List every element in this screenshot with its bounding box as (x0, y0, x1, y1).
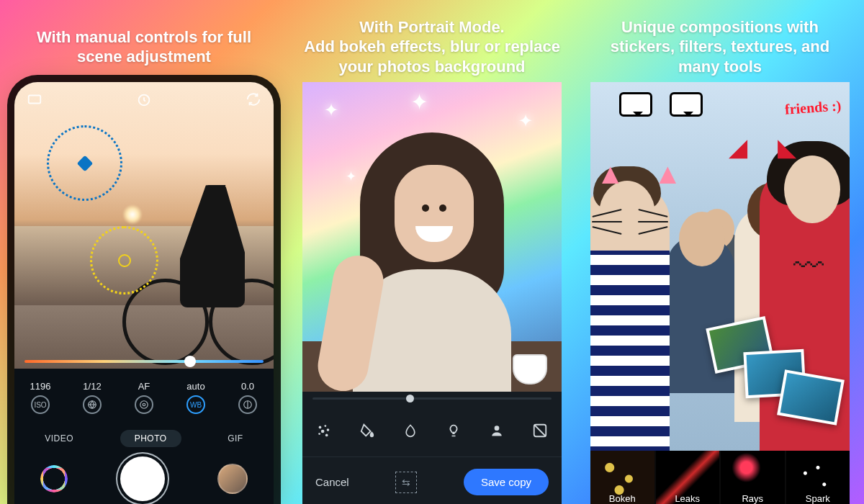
adjust-slider-handle[interactable] (406, 395, 414, 402)
portrait-tool-icon[interactable] (486, 420, 508, 441)
portrait-preview[interactable]: ✦ ✦ ✦ ✦ (302, 82, 562, 392)
mode-video[interactable]: VIDEO (30, 430, 88, 447)
svg-point-7 (324, 425, 326, 427)
gallery-thumbnail[interactable] (217, 464, 248, 494)
bokeh-tool-icon[interactable] (313, 420, 335, 441)
speech-bubble-sticker[interactable] (670, 92, 703, 117)
speech-bubble-sticker[interactable] (619, 92, 652, 117)
focus-control[interactable]: AF (118, 369, 170, 426)
filters-ring-icon[interactable] (40, 465, 68, 492)
blur-tool-icon[interactable] (400, 420, 421, 441)
svg-point-11 (325, 434, 328, 437)
phone-frame-2: ✦ ✦ ✦ ✦ Cancel ⇆ (302, 82, 562, 504)
effects-row: Bokeh Leaks Rays Spark (590, 451, 850, 504)
shutter-speed-control[interactable]: 1/12 (66, 369, 118, 426)
svg-rect-0 (29, 96, 41, 104)
exposure-control[interactable]: 0.0 (222, 369, 274, 426)
svg-point-10 (318, 433, 320, 435)
shutter-button[interactable] (120, 456, 165, 501)
mode-gif[interactable]: GIF (213, 430, 258, 447)
focus-reticle[interactable] (90, 226, 158, 294)
svg-point-6 (319, 426, 322, 429)
aspect-ratio-icon[interactable] (24, 89, 45, 109)
focus-value: AF (138, 381, 150, 392)
focus-icon (135, 395, 153, 414)
whiskers-sticker[interactable] (590, 208, 670, 237)
heading-2: With Portrait Mode. Add bokeh effects, b… (294, 14, 570, 79)
portrait-tools-row (302, 405, 562, 456)
panel-manual-controls: With manual controls for full scene adju… (0, 0, 288, 504)
svg-point-9 (327, 428, 330, 431)
ev-value: 0.0 (241, 381, 254, 392)
timer-icon[interactable] (134, 89, 154, 109)
friends-text-sticker[interactable]: friends :) (784, 97, 842, 117)
adjust-slider[interactable] (312, 397, 552, 400)
manual-controls-row: 1196 ISO 1/12 AF auto WB 0.0 (14, 369, 274, 426)
phone-frame-1: 1196 ISO 1/12 AF auto WB 0.0 VIDEO PHOT (14, 82, 274, 504)
flip-camera-icon[interactable] (243, 89, 264, 109)
svg-point-3 (143, 403, 145, 406)
iso-control[interactable]: 1196 ISO (14, 369, 66, 426)
composition-canvas[interactable]: friends :) ▲▲ ◢◣ 〰 (590, 82, 850, 451)
iso-value: 1196 (30, 381, 51, 392)
fx-leaks[interactable]: Leaks (656, 451, 720, 504)
heading-1: With manual controls for full scene adju… (6, 14, 282, 79)
mode-photo[interactable]: PHOTO (120, 430, 181, 447)
capture-mode-row: VIDEO PHOTO GIF (14, 426, 274, 451)
svg-point-12 (495, 426, 500, 431)
light-tool-icon[interactable] (443, 420, 464, 441)
background-tool-icon[interactable] (529, 420, 551, 441)
wb-icon: WB (186, 395, 205, 414)
phone-frame-3: friends :) ▲▲ ◢◣ 〰 Bokeh Leaks Rays Spar… (590, 82, 850, 504)
exposure-reticle[interactable] (47, 125, 122, 201)
cancel-button[interactable]: Cancel (315, 476, 349, 488)
iso-icon: ISO (31, 395, 50, 414)
heading-3: Unique compositions with stickers, filte… (582, 14, 858, 79)
fx-bokeh[interactable]: Bokeh (590, 451, 654, 504)
portrait-bottom-row: Cancel ⇆ Save copy (302, 456, 562, 504)
mustache-sticker[interactable]: 〰 (793, 249, 824, 284)
devil-horns-sticker[interactable]: ◢◣ (729, 132, 827, 161)
panel-portrait-mode: With Portrait Mode. Add bokeh effects, b… (288, 0, 576, 504)
wb-value: auto (186, 381, 204, 392)
shutter-value: 1/12 (83, 381, 101, 392)
svg-point-8 (321, 430, 325, 433)
camera-viewfinder[interactable] (14, 82, 274, 369)
white-balance-control[interactable]: auto WB (170, 369, 222, 426)
panel-compositions: Unique compositions with stickers, filte… (576, 0, 864, 504)
cat-ears-sticker[interactable]: ▲▲ (596, 158, 711, 190)
save-copy-button[interactable]: Save copy (464, 469, 549, 495)
fx-rays[interactable]: Rays (721, 451, 785, 504)
aperture-icon (83, 395, 102, 414)
svg-point-4 (140, 401, 148, 409)
fill-tool-icon[interactable] (356, 420, 378, 441)
shutter-row (14, 451, 274, 504)
fx-sparkle[interactable]: Spark (786, 451, 850, 504)
wb-temperature-slider[interactable] (24, 360, 264, 363)
mirror-compare-icon[interactable]: ⇆ (395, 472, 417, 493)
exposure-icon (238, 395, 257, 414)
wb-temperature-handle[interactable] (186, 357, 194, 366)
